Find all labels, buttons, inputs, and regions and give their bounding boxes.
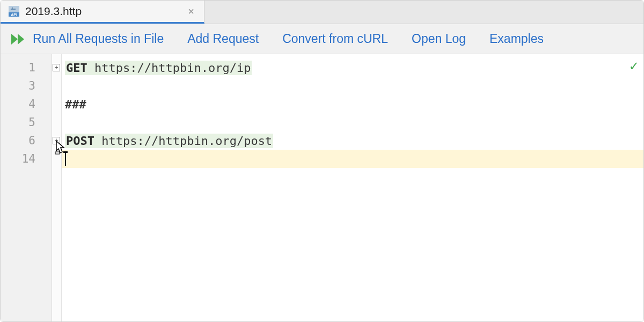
http-method: GET (66, 61, 87, 75)
run-all-group[interactable]: Run All Requests in File (10, 32, 164, 46)
svg-text:API: API (11, 13, 17, 17)
code-area[interactable]: + GET https://httpbin.org/ip ### + POST … (62, 54, 643, 322)
http-url: https://httpbin.org/ip (94, 61, 251, 75)
line-number: 1 (1, 61, 52, 74)
line-number: 5 (1, 116, 52, 129)
run-all-icon (10, 33, 26, 46)
add-request-link[interactable]: Add Request (187, 32, 259, 46)
tab-title: 2019.3.http (25, 5, 82, 18)
editor-toolbar: Run All Requests in File Add Request Con… (1, 24, 643, 54)
code-line[interactable]: + POST https://httpbin.org/post (62, 131, 643, 150)
tab-bar: API 2019.3.http × (1, 1, 643, 24)
close-tab-button[interactable]: × (186, 5, 196, 18)
request-separator: ### (65, 98, 86, 111)
code-editor[interactable]: 1 3 4 5 6 14 + GET https://httpbin.org/i… (1, 54, 643, 322)
line-number: 3 (1, 79, 52, 92)
code-line[interactable] (62, 113, 643, 131)
line-number: 6 (1, 134, 52, 147)
line-number-gutter: 1 3 4 5 6 14 (1, 54, 52, 322)
line-number: 14 (1, 152, 52, 165)
inspection-ok-icon[interactable]: ✓ (630, 57, 638, 74)
api-file-icon: API (8, 5, 20, 17)
fold-toggle-icon[interactable]: + (53, 137, 60, 144)
examples-link[interactable]: Examples (489, 32, 544, 46)
convert-curl-link[interactable]: Convert from cURL (282, 32, 388, 46)
code-line[interactable] (62, 77, 643, 95)
code-line[interactable]: + GET https://httpbin.org/ip (62, 58, 643, 77)
http-url: https://httpbin.org/post (101, 134, 272, 148)
text-caret (65, 152, 66, 166)
line-number: 4 (1, 98, 52, 111)
http-method: POST (66, 134, 94, 148)
code-line[interactable] (62, 150, 643, 168)
code-line[interactable]: ### (62, 95, 643, 113)
http-request-line: GET https://httpbin.org/ip (65, 61, 252, 75)
fold-toggle-icon[interactable]: + (53, 64, 60, 71)
fold-column (52, 54, 62, 322)
http-request-line: POST https://httpbin.org/post (65, 134, 273, 148)
open-log-link[interactable]: Open Log (412, 32, 466, 46)
run-all-link[interactable]: Run All Requests in File (33, 32, 164, 46)
editor-tab[interactable]: API 2019.3.http × (1, 1, 204, 24)
